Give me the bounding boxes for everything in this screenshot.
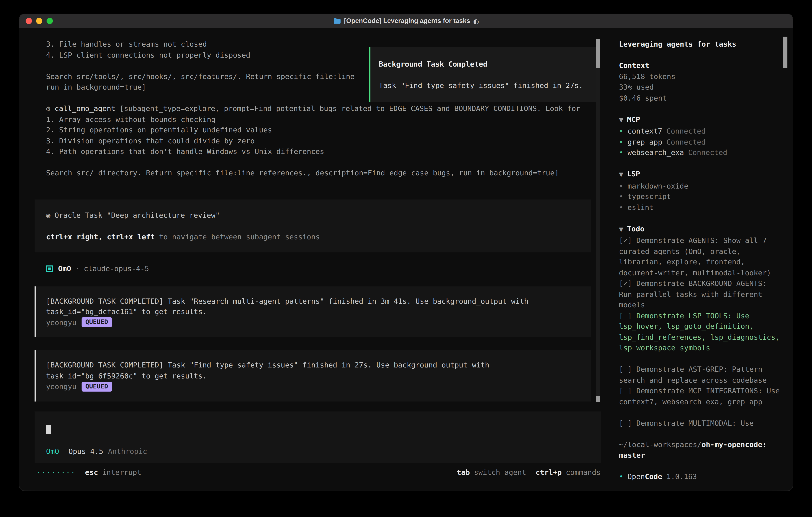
- spinner-icon: ◐: [473, 17, 479, 25]
- input-model-name: Opus 4.5: [68, 446, 103, 457]
- status-left: ········ esc interrupt: [36, 467, 141, 478]
- navigation-hint: ctrl+x right, ctrl+x left to navigate be…: [46, 231, 591, 242]
- oracle-task-title: Oracle Task "Deep architecture review": [55, 211, 220, 219]
- todo-item: [ ] Demonstrate LSP TOOLS: Use lsp_hover…: [619, 310, 783, 353]
- lsp-item: •typescript: [619, 191, 793, 202]
- tab-key-hint: tab: [457, 467, 470, 478]
- folder-icon: [333, 18, 341, 24]
- todo-checkbox: [ ]: [619, 365, 632, 373]
- chevron-down-icon: ▼: [619, 116, 624, 124]
- todo-checkbox: [ ]: [619, 311, 632, 320]
- activity-spinner-icon: ········: [36, 467, 76, 478]
- input-agent-name: OmO: [46, 446, 59, 457]
- todo-item: [✓] Demonstrate AGENTS: Show all 7 curat…: [619, 235, 783, 278]
- tool-call-list-line: 2. String operations on potentially unde…: [19, 125, 596, 135]
- mcp-item: •context7Connected: [619, 126, 793, 136]
- esc-key-hint: esc: [85, 467, 98, 478]
- toast-notification: Background Task Completed Task "Find typ…: [369, 47, 599, 102]
- mcp-status: Connected: [666, 137, 705, 146]
- status-badge: QUEUED: [82, 317, 112, 327]
- status-badge: QUEUED: [82, 381, 112, 391]
- scrollbar-thumb[interactable]: [596, 396, 600, 402]
- todo-item: [ ] Demonstrate MCP INTEGRATIONS: Use co…: [619, 385, 783, 407]
- bullet-icon: •: [619, 127, 624, 135]
- author-name: yeongyu: [46, 381, 76, 392]
- close-button[interactable]: [26, 18, 32, 24]
- todo-checkbox: [ ]: [619, 386, 632, 394]
- prompt-input[interactable]: OmO Opus 4.5 Anthropic: [35, 411, 601, 463]
- hint-keys: ctrl+x right, ctrl+x left: [46, 232, 155, 241]
- task-message: [BACKGROUND TASK COMPLETED] Task "Resear…: [35, 286, 591, 337]
- tool-args: [subagent_type=explore, prompt=Find pote…: [120, 104, 580, 113]
- agent-name: OmO: [58, 263, 71, 274]
- status-right: tab switch agent ctrl+p commands: [457, 467, 601, 478]
- separator: ·: [75, 263, 80, 274]
- sidebar-scrollbar[interactable]: [783, 36, 787, 68]
- input-footer: OmO Opus 4.5 Anthropic: [46, 446, 147, 457]
- text-cursor: [46, 425, 51, 434]
- section-lsp[interactable]: ▼LSP: [619, 168, 793, 180]
- task-message-author-row: yeongyu QUEUED: [46, 381, 591, 392]
- oracle-task-panel[interactable]: ◉Oracle Task "Deep architecture review" …: [35, 199, 591, 252]
- section-todo[interactable]: ▼Todo: [619, 223, 793, 235]
- session-title: Leveraging agents for tasks: [619, 39, 793, 50]
- mcp-item: •grep_appConnected: [619, 136, 793, 147]
- section-mcp[interactable]: ▼MCP: [619, 114, 793, 126]
- workspace-branch: master: [619, 450, 793, 460]
- context-heading: Context: [619, 60, 793, 71]
- minimize-button[interactable]: [36, 18, 42, 24]
- scrollbar-thumb[interactable]: [596, 39, 600, 68]
- input-provider-name: Anthropic: [108, 446, 147, 457]
- todo-item: [ ] Demonstrate AST-GREP: Pattern search…: [619, 364, 783, 385]
- context-tokens: 66,518 tokens: [619, 71, 793, 82]
- tool-call-list-line: 3. Division operations that could divide…: [19, 135, 596, 146]
- context-used: 33% used: [619, 82, 793, 92]
- chevron-down-icon: ▼: [619, 171, 624, 178]
- zoom-button[interactable]: [47, 18, 53, 24]
- hint-text: to navigate between subagent sessions: [155, 232, 320, 241]
- screen: [OpenCode] Leveraging agents for tasks ◐…: [0, 0, 812, 517]
- todo-checkbox: [ ]: [619, 419, 632, 427]
- tool-name: call_omo_agent: [55, 104, 115, 113]
- esc-key-label: interrupt: [102, 467, 142, 478]
- bullet-icon: •: [619, 148, 624, 157]
- agent-icon: [46, 265, 53, 272]
- bullet-icon: •: [619, 472, 624, 481]
- task-message-line: [BACKGROUND TASK COMPLETED] Task "Find t…: [46, 360, 591, 371]
- status-bar: ········ esc interrupt tab switch agent …: [36, 467, 601, 478]
- terminal-window: [OpenCode] Leveraging agents for tasks ◐…: [19, 14, 793, 491]
- task-message: [BACKGROUND TASK COMPLETED] Task "Find t…: [35, 350, 591, 401]
- version-line: •OpenCode1.0.163: [619, 471, 793, 482]
- window-title-area: [OpenCode] Leveraging agents for tasks ◐: [333, 17, 479, 25]
- ctrlp-key-label: commands: [566, 467, 601, 478]
- toast-body: Task "Find type safety issues" finished …: [379, 80, 599, 91]
- version-number: 1.0.163: [666, 472, 697, 481]
- lsp-item: •markdown-oxide: [619, 180, 793, 191]
- tool-call-list-line: 4. Path operations that don't handle Win…: [19, 146, 596, 157]
- ctrlp-key-hint: ctrl+p: [536, 467, 562, 478]
- todo-checkbox: [✓]: [619, 236, 632, 245]
- bullet-icon: •: [619, 192, 624, 200]
- context-spent: $0.46 spent: [619, 92, 793, 103]
- window-titlebar[interactable]: [OpenCode] Leveraging agents for tasks ◐: [19, 14, 793, 28]
- workspace-path: ~/local-workspaces/oh-my-opencode:: [619, 439, 793, 450]
- tool-call-tail-line: Search src/ directory. Return specific f…: [19, 167, 596, 178]
- agent-header: OmO · claude-opus-4-5: [46, 263, 596, 274]
- sidebar: Leveraging agents for tasks Context 66,5…: [611, 28, 793, 490]
- author-name: yeongyu: [46, 317, 76, 328]
- tool-call-line: ⚙call_omo_agent[subagent_type=explore, p…: [19, 103, 596, 114]
- task-message-line: task_id="bg_6f59260c" to get results.: [46, 371, 591, 381]
- traffic-lights: [26, 14, 53, 28]
- agent-model: claude-opus-4-5: [84, 263, 149, 274]
- lsp-item: •eslint: [619, 202, 793, 213]
- gear-icon: ⚙: [46, 104, 50, 113]
- mcp-item: •websearch_exaConnected: [619, 147, 793, 158]
- mcp-status: Connected: [688, 148, 727, 157]
- bullet-icon: •: [619, 181, 624, 190]
- record-icon: ◉: [46, 211, 50, 219]
- oracle-task-title-line: ◉Oracle Task "Deep architecture review": [46, 210, 591, 220]
- tool-call-list-line: 1. Array access without bounds checking: [19, 114, 596, 125]
- terminal-content: 3. File handles or streams not closed 4.…: [19, 28, 793, 490]
- toast-title: Background Task Completed: [379, 59, 599, 70]
- chat-scrollbar[interactable]: [596, 39, 600, 402]
